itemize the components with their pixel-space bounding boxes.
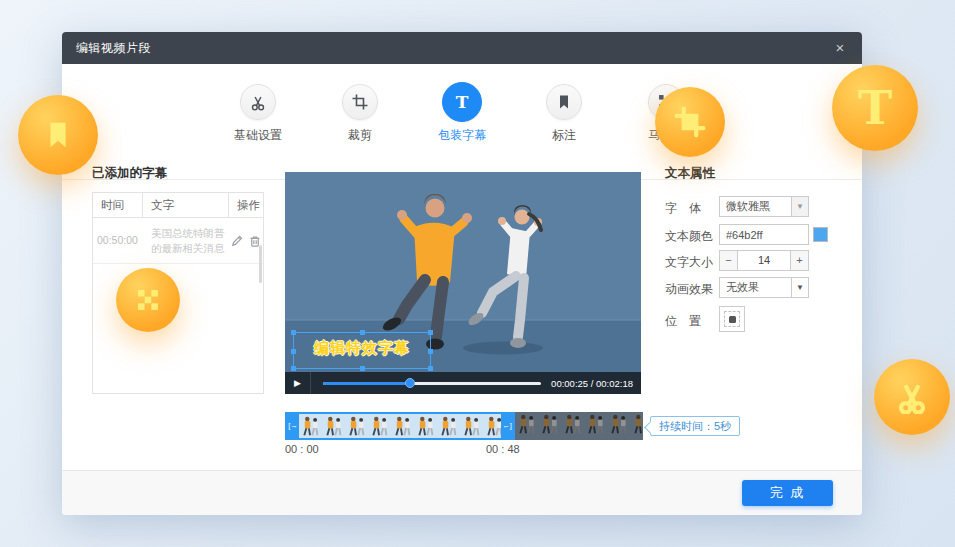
filmstrip-frame xyxy=(538,412,561,436)
filmstrip-frame xyxy=(561,412,584,436)
dialog-header: 编辑视频片段 × xyxy=(62,32,862,64)
text-badge-icon: T xyxy=(832,65,918,151)
dialog-footer: 完 成 xyxy=(62,470,862,515)
tab-subtitle-active[interactable]: T 包装字幕 xyxy=(433,84,491,179)
scissors-badge-icon xyxy=(874,359,950,435)
minus-icon[interactable]: − xyxy=(720,251,738,270)
tab-label: 裁剪 xyxy=(331,127,389,144)
filmstrip-frame xyxy=(607,412,630,436)
chevron-down-icon[interactable]: ▼ xyxy=(791,278,808,297)
filmstrip-frame xyxy=(345,414,368,438)
position-icon xyxy=(724,311,740,327)
edit-video-clip-dialog: 编辑视频片段 × 基础设置 裁剪 T 包装字幕 标注 xyxy=(62,32,862,515)
close-icon[interactable]: × xyxy=(830,38,850,58)
duration-tooltip: 持续时间：5秒 xyxy=(650,416,740,436)
size-stepper: − 14 + xyxy=(719,250,809,271)
play-icon[interactable]: ▶ xyxy=(285,372,311,394)
resize-handle[interactable] xyxy=(428,366,433,371)
timeline-unselected-range[interactable] xyxy=(515,412,643,440)
bookmark-badge-icon xyxy=(18,95,98,175)
tab-label: 包装字幕 xyxy=(433,127,491,144)
filmstrip-frame xyxy=(460,414,483,438)
animation-select[interactable]: 无效果 ▼ xyxy=(719,277,809,298)
timeline: [→ ←] xyxy=(285,412,705,440)
dialog-title: 编辑视频片段 xyxy=(62,40,151,57)
crop-icon xyxy=(342,84,378,120)
font-label: 字 体 xyxy=(665,200,701,217)
progress-track[interactable] xyxy=(323,382,541,385)
bookmark-icon xyxy=(546,84,582,120)
filmstrip-frame xyxy=(414,414,437,438)
timeline-start-label: 00 : 00 xyxy=(285,443,319,455)
text-properties-title: 文本属性 xyxy=(665,165,715,182)
chevron-down-icon[interactable]: ▼ xyxy=(791,197,808,216)
resize-handle[interactable] xyxy=(291,366,296,371)
col-time: 时间 xyxy=(93,193,143,217)
scissors-icon xyxy=(240,84,276,120)
color-swatch[interactable] xyxy=(813,227,828,242)
filmstrip-frame xyxy=(368,414,391,438)
filmstrip-frame xyxy=(584,412,607,436)
tab-annotation[interactable]: 标注 xyxy=(535,84,593,179)
font-row: 字 体 微软雅黑 ▼ xyxy=(665,196,875,218)
filmstrip-frame xyxy=(391,414,414,438)
resize-handle[interactable] xyxy=(291,349,296,354)
resize-handle[interactable] xyxy=(428,349,433,354)
resize-handle[interactable] xyxy=(360,330,365,335)
color-label: 文本颜色 xyxy=(665,228,713,245)
filmstrip-frame xyxy=(299,414,322,438)
filmstrip-frame xyxy=(437,414,460,438)
size-label: 文字大小 xyxy=(665,254,713,271)
mode-toolbar: 基础设置 裁剪 T 包装字幕 标注 马赛克 xyxy=(62,64,862,180)
font-select[interactable]: 微软雅黑 ▼ xyxy=(719,196,809,217)
crop-badge-icon xyxy=(655,87,725,157)
tab-label: 基础设置 xyxy=(229,127,287,144)
progress-knob[interactable] xyxy=(405,378,415,388)
resize-handle[interactable] xyxy=(291,330,296,335)
trim-handle-right[interactable]: ←] xyxy=(501,414,513,438)
filmstrip-dimmed xyxy=(515,412,643,440)
text-icon: T xyxy=(442,82,482,122)
tab-label: 标注 xyxy=(535,127,593,144)
table-scrollbar[interactable] xyxy=(259,245,262,283)
video-preview[interactable]: 编辑特效字幕 ▶ 00:00:25 / 00:02:18 xyxy=(285,172,641,394)
filmstrip-frame xyxy=(322,414,345,438)
filmstrip-selected xyxy=(299,414,501,438)
added-subtitles-title: 已添加的字幕 xyxy=(92,165,167,182)
trim-handle-left[interactable]: [→ xyxy=(287,414,299,438)
plus-icon[interactable]: + xyxy=(790,251,808,270)
subtitle-text: 美国总统特朗普的最新相关消息 xyxy=(143,218,229,263)
font-value: 微软雅黑 xyxy=(720,199,791,214)
edit-icon[interactable] xyxy=(231,235,243,247)
filmstrip-frame xyxy=(515,412,538,436)
color-row: 文本颜色 #64b2ff xyxy=(665,224,875,246)
time-display: 00:00:25 / 00:02:18 xyxy=(551,378,641,389)
subtitle-time: 00:50:00 xyxy=(93,218,143,263)
timeline-end-label: 00 : 48 xyxy=(486,443,520,455)
tab-basic-settings[interactable]: 基础设置 xyxy=(229,84,287,179)
animation-row: 动画效果 无效果 ▼ xyxy=(665,277,875,299)
color-value: #64b2ff xyxy=(720,229,792,241)
progress-fill xyxy=(323,382,410,385)
filmstrip-frame xyxy=(483,414,501,438)
video-controls: ▶ 00:00:25 / 00:02:18 xyxy=(285,372,641,394)
subtitles-table-header: 时间 文字 操作 xyxy=(93,193,263,218)
animation-label: 动画效果 xyxy=(665,281,713,298)
tab-crop[interactable]: 裁剪 xyxy=(331,84,389,179)
color-input[interactable]: #64b2ff xyxy=(719,224,809,245)
position-button[interactable] xyxy=(719,306,745,332)
size-row: 文字大小 − 14 + xyxy=(665,250,875,272)
row-operations xyxy=(229,218,263,263)
col-text: 文字 xyxy=(143,193,229,217)
resize-handle[interactable] xyxy=(428,330,433,335)
size-value: 14 xyxy=(738,251,790,270)
position-row: 位 置 xyxy=(665,306,875,334)
subtitle-overlay-text[interactable]: 编辑特效字幕 xyxy=(294,339,430,358)
done-button[interactable]: 完 成 xyxy=(742,480,833,506)
resize-handle[interactable] xyxy=(360,366,365,371)
table-row[interactable]: 00:50:00 美国总统特朗普的最新相关消息 xyxy=(93,218,263,264)
filmstrip-frame xyxy=(630,412,643,436)
position-label: 位 置 xyxy=(665,313,701,330)
subtitle-overlay-box[interactable]: 编辑特效字幕 xyxy=(293,332,431,369)
timeline-selected-range[interactable]: [→ ←] xyxy=(285,412,515,440)
